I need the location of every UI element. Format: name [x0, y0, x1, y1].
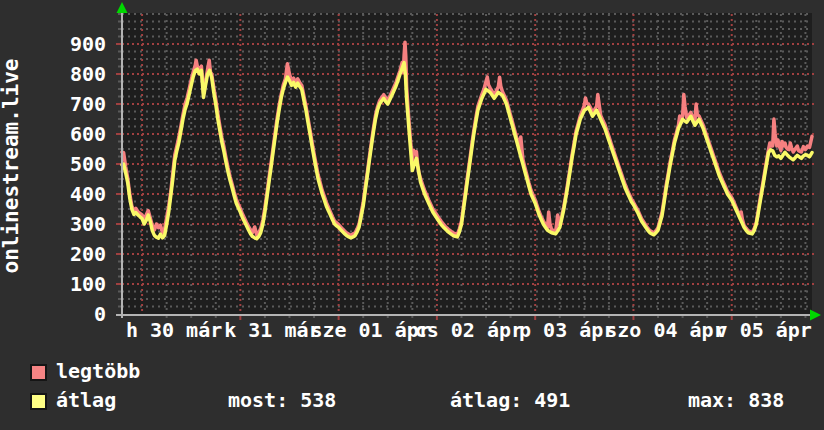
- y-tick-label: 600: [0, 123, 106, 145]
- x-tick-label: h 30 már: [126, 319, 222, 341]
- x-tick-label: k 31 már: [224, 319, 320, 341]
- x-tick-label: sze 01 ápr: [310, 319, 430, 341]
- x-tick-label: cs 02 ápr: [415, 319, 523, 341]
- legend-swatch-atlag: [30, 393, 47, 410]
- y-tick-label: 200: [0, 243, 106, 265]
- stat-most: most: 538: [228, 389, 336, 411]
- stat-max: max: 838: [688, 389, 784, 411]
- stat-atlag: átlag: 491: [450, 389, 570, 411]
- y-tick-label: 400: [0, 183, 106, 205]
- y-tick-label: 300: [0, 213, 106, 235]
- y-tick-label: 700: [0, 93, 106, 115]
- x-tick-label: szo 04 ápr: [605, 319, 725, 341]
- legend-swatch-legtobb: [30, 364, 47, 381]
- y-tick-label: 100: [0, 273, 106, 295]
- legend-label-atlag: átlag: [56, 389, 116, 411]
- y-tick-label: 0: [0, 303, 106, 325]
- y-tick-label: 500: [0, 153, 106, 175]
- y-tick-label: 800: [0, 63, 106, 85]
- x-tick-label: v 05 ápr: [716, 319, 812, 341]
- x-tick-label: p 03 ápr: [519, 319, 615, 341]
- y-tick-label: 900: [0, 33, 106, 55]
- legend-label-legtobb: legtöbb: [56, 360, 140, 382]
- y-axis-arrow-icon: [117, 2, 128, 13]
